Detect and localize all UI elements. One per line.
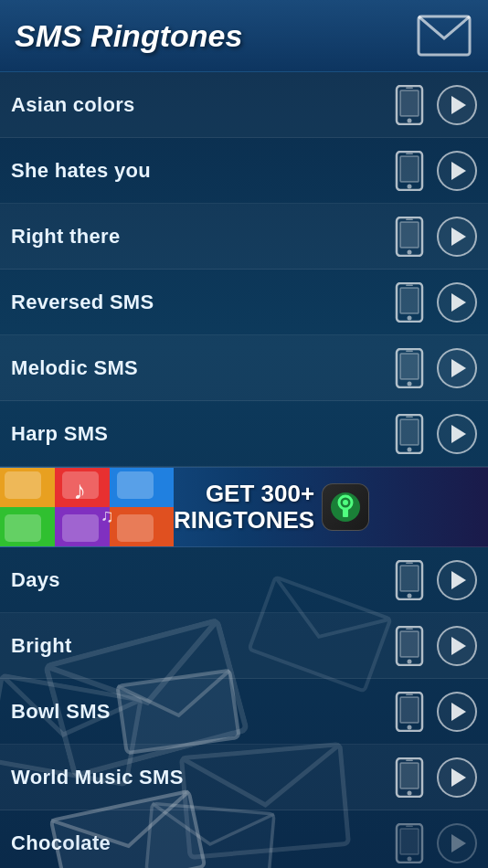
play-button[interactable] [437, 85, 477, 125]
svg-text:♫: ♫ [101, 505, 114, 525]
set-ringtone-button[interactable] [389, 217, 430, 257]
svg-point-42 [343, 500, 348, 505]
svg-point-15 [408, 315, 412, 320]
list-item: Reversed SMS [0, 270, 488, 335]
ringtone-list-top: Asian colors She hates you [0, 72, 488, 467]
play-icon [451, 834, 466, 852]
svg-rect-52 [400, 631, 419, 657]
list-item: She hates you [0, 138, 488, 204]
ringtone-name: Right there [11, 225, 389, 249]
play-icon [451, 768, 466, 787]
svg-rect-14 [400, 288, 419, 313]
svg-rect-59 [406, 693, 413, 695]
svg-rect-2 [400, 90, 419, 116]
set-ringtone-button[interactable] [389, 85, 430, 125]
play-icon [451, 162, 466, 180]
ad-app-icon [322, 483, 369, 531]
play-button[interactable] [437, 282, 477, 323]
svg-rect-54 [406, 628, 413, 630]
svg-rect-33 [117, 471, 154, 499]
envelope-watermark [114, 667, 242, 756]
list-item: Melodic SMS [0, 335, 488, 401]
svg-point-3 [408, 118, 412, 122]
svg-rect-50 [406, 562, 413, 564]
svg-rect-35 [62, 514, 99, 542]
play-button[interactable] [437, 414, 477, 454]
svg-rect-41 [343, 508, 348, 517]
svg-rect-31 [5, 471, 41, 499]
svg-point-7 [408, 184, 412, 188]
ad-image: ♪ ♫ [0, 467, 174, 547]
svg-point-23 [408, 447, 412, 451]
play-button[interactable] [437, 626, 477, 666]
envelope-watermark [143, 800, 277, 868]
set-ringtone-button[interactable] [389, 757, 430, 798]
advertisement-banner[interactable]: ♪ ♫ GET 300+ RINGTONES [0, 467, 488, 547]
svg-rect-24 [406, 416, 413, 418]
set-ringtone-button[interactable] [389, 823, 430, 863]
play-button[interactable] [437, 757, 477, 798]
svg-rect-69 [406, 825, 413, 827]
set-ringtone-button[interactable] [389, 348, 430, 388]
set-ringtone-button[interactable] [389, 282, 430, 323]
ad-title-line1: GET 300+ [174, 481, 314, 507]
play-icon [451, 571, 466, 589]
ad-text-section: GET 300+ RINGTONES [174, 481, 377, 533]
set-ringtone-button[interactable] [389, 414, 430, 454]
svg-rect-20 [406, 350, 413, 352]
play-button[interactable] [437, 560, 477, 600]
list-item: Bowl SMS [0, 679, 488, 745]
svg-point-19 [408, 381, 412, 386]
play-icon [451, 228, 466, 246]
play-button[interactable] [437, 348, 477, 388]
svg-rect-67 [400, 829, 419, 854]
set-ringtone-button[interactable] [389, 626, 430, 666]
ad-title-line2: RINGTONES [174, 507, 314, 534]
app-title: SMS Ringtones [15, 18, 242, 54]
header-envelope-icon [415, 13, 473, 58]
set-ringtone-button[interactable] [389, 560, 430, 600]
app-header: SMS Ringtones [0, 0, 488, 72]
set-ringtone-button[interactable] [389, 692, 430, 732]
svg-point-49 [408, 593, 412, 598]
svg-rect-6 [400, 156, 419, 182]
list-item: World Music SMS [0, 745, 488, 810]
play-icon [451, 637, 466, 655]
play-icon [451, 293, 466, 312]
svg-rect-48 [400, 566, 419, 591]
play-icon [451, 96, 466, 114]
svg-rect-16 [406, 284, 413, 286]
ringtone-name: World Music SMS [11, 766, 389, 789]
ringtone-name: Days [11, 568, 389, 592]
list-item: Harp SMS [0, 401, 488, 467]
list-item: Asian colors [0, 72, 488, 138]
ringtone-list-bottom: Days Bright Bowl SMS [0, 547, 488, 868]
svg-rect-34 [5, 514, 41, 542]
ringtone-name: Asian colors [11, 93, 389, 117]
svg-rect-55 [117, 670, 239, 753]
set-ringtone-button[interactable] [389, 151, 430, 191]
ringtone-name: Bright [11, 634, 389, 658]
play-button[interactable] [437, 151, 477, 191]
play-button[interactable] [437, 692, 477, 732]
svg-point-62 [408, 790, 412, 795]
svg-rect-4 [406, 87, 413, 89]
play-icon [451, 359, 466, 377]
svg-rect-36 [117, 514, 154, 542]
svg-rect-10 [400, 222, 419, 248]
list-item: Chocolate [0, 810, 488, 868]
svg-point-58 [408, 725, 412, 729]
svg-rect-57 [400, 697, 419, 723]
play-icon [451, 425, 466, 443]
play-button[interactable] [437, 823, 477, 863]
svg-point-53 [408, 659, 412, 663]
play-button[interactable] [437, 217, 477, 257]
list-item: Right there [0, 204, 488, 270]
play-icon [451, 703, 466, 721]
svg-rect-8 [406, 153, 413, 154]
svg-rect-18 [400, 354, 419, 379]
svg-text:♪: ♪ [73, 476, 86, 504]
svg-point-11 [408, 249, 412, 254]
svg-point-68 [408, 856, 412, 861]
ringtone-name: Reversed SMS [11, 291, 389, 314]
